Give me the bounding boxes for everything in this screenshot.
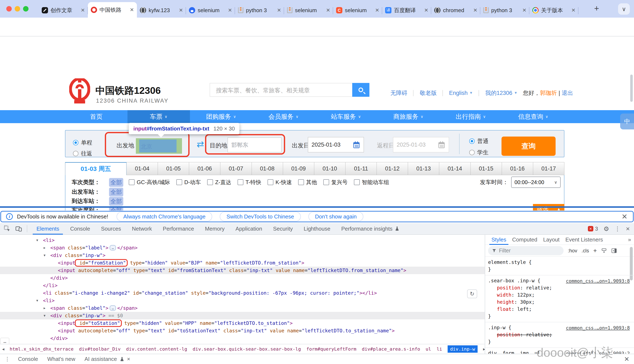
browser-tab[interactable]: selenium ✕ [284, 3, 333, 18]
tab-close-icon[interactable]: ✕ [571, 7, 575, 13]
dom-tree-node[interactable]: <li class="i-change i-change2" id="chang… [0, 289, 485, 297]
breadcrumb-item[interactable]: div#toolbar_Div [79, 346, 121, 352]
nav-item[interactable]: 车票∨ [127, 110, 190, 123]
browser-tab[interactable]: kyfw.123 ✕ [137, 3, 186, 18]
browser-tab[interactable]: 关于版本 ✕ [529, 3, 578, 18]
breadcrumb-item[interactable]: div.content.content-lg [126, 346, 187, 352]
class-toggle-button[interactable]: .cls [581, 248, 589, 254]
train-type-checkbox[interactable]: D-动车 [176, 179, 201, 186]
tab-overflow-button[interactable]: ∨ [618, 3, 630, 15]
dom-tree-node[interactable]: </div> [0, 334, 485, 342]
devtools-close-icon[interactable]: × [626, 225, 630, 233]
devtools-tab[interactable]: Security [268, 223, 298, 234]
devtools-menu-icon[interactable]: ⋮ [614, 225, 620, 232]
css-rule[interactable]: element.style {} [485, 257, 634, 276]
drawer-tab[interactable]: AI assistance× [85, 356, 130, 362]
scroll-into-view-button[interactable]: ↻ [467, 290, 477, 298]
nav-item[interactable]: 团购服务∨ [190, 110, 252, 123]
settings-gear-icon[interactable]: ⚙ [603, 225, 609, 232]
date-tab-active[interactable]: 01-03 周五 [65, 162, 127, 175]
date-tab[interactable]: 01-14 [439, 162, 470, 175]
train-type-checkbox[interactable]: 智能动车组 [354, 179, 389, 186]
devtools-tab[interactable]: Performance [157, 223, 200, 234]
all-badge[interactable]: 全部 [109, 178, 123, 187]
all-badge[interactable]: 全部 [109, 188, 123, 196]
date-tab[interactable]: 01-08 [252, 162, 283, 175]
devtools-tab[interactable]: Elements [31, 223, 65, 234]
tab-close-icon[interactable]: ✕ [473, 7, 477, 13]
tree-expand-arrow[interactable]: ▶ [44, 304, 46, 312]
devtools-tab[interactable]: Memory [199, 223, 230, 234]
tree-expand-arrow[interactable]: ▼ [36, 236, 38, 244]
train-type-checkbox[interactable]: T-特快 [237, 179, 261, 186]
issues-badge[interactable]: ✕3 [588, 226, 598, 232]
devtools-tab[interactable]: Performance insights [336, 223, 405, 234]
tab-close-icon[interactable]: ✕ [522, 7, 526, 13]
search-button[interactable] [352, 83, 369, 97]
styles-tab[interactable]: Event Listeners [562, 235, 606, 245]
train-type-checkbox[interactable]: 其他 [298, 179, 317, 186]
tab-close-icon[interactable]: ✕ [326, 7, 330, 13]
date-tab[interactable]: 01-13 [408, 162, 439, 175]
dom-tree-node[interactable]: ▶<span class="label">…</span> [0, 304, 485, 312]
minimize-window-button[interactable] [15, 6, 20, 12]
tree-expand-arrow[interactable]: ▼ [36, 297, 38, 304]
tab-close-icon[interactable]: ✕ [277, 7, 281, 13]
depart-time-select[interactable]: 00:00--24:00∨ [511, 176, 561, 188]
site-search-box[interactable]: 搜索车票、餐饮、常旅客、相关规章 [210, 83, 369, 97]
breadcrumb-back-icon[interactable]: ◀ [2, 347, 5, 351]
drawer-menu-icon[interactable]: ⋮ [5, 356, 10, 362]
devtools-tab[interactable]: Network [126, 223, 157, 234]
date-tab[interactable]: 01-12 [377, 162, 408, 175]
device-toolbar-icon[interactable] [15, 225, 22, 232]
sidebar-toggle-icon[interactable] [611, 248, 617, 254]
breadcrumb-item[interactable]: ul [426, 346, 431, 352]
drawer-tab-close-icon[interactable]: × [127, 356, 130, 362]
date-tab[interactable]: 01-15 [471, 162, 502, 175]
date-tab[interactable]: 01-10 [314, 162, 346, 175]
logout-link[interactable]: 退出 [562, 89, 573, 97]
breadcrumb-forward-icon[interactable]: ▶ [483, 347, 485, 351]
nav-item[interactable]: 出行指南∨ [440, 110, 502, 123]
devtools-tab[interactable]: Application [230, 223, 267, 234]
browser-tab[interactable]: 百度翻译 ✕ [382, 3, 431, 18]
style-rules[interactable]: element.style {}.sear-box .inp-w {common… [485, 257, 634, 354]
banner-close-icon[interactable]: ✕ [622, 212, 628, 221]
tab-close-icon[interactable]: ✕ [228, 7, 232, 13]
tree-expand-arrow[interactable]: ▶ [44, 244, 46, 252]
tab-close-icon[interactable]: ✕ [179, 7, 183, 13]
breadcrumb-item[interactable]: div.inp-w [448, 345, 478, 353]
dom-tree-node[interactable]: ▼<li> [0, 236, 485, 244]
dom-tree-node[interactable]: ▼<div class="inp-w"> [0, 252, 485, 259]
date-tab[interactable]: 01-16 [502, 162, 533, 175]
dom-tree-node[interactable]: ▼<li> [0, 297, 485, 304]
breadcrumb-item[interactable]: html.x_skin_dhx_terrace [10, 346, 74, 352]
dom-tree-node[interactable]: ▼<div class="inp-w"> == $0 [0, 312, 485, 320]
hover-state-button[interactable]: :hov [568, 248, 577, 254]
rendering-brush-icon[interactable] [601, 248, 607, 254]
train-type-checkbox[interactable]: 复兴号 [323, 179, 348, 186]
dom-tree-node[interactable]: <input id="toStation" type="hidden" valu… [0, 320, 485, 327]
banner-button[interactable]: Always match Chrome's language [117, 212, 212, 221]
dom-tree-node[interactable]: <input autocomplete="off" type="text" id… [0, 327, 485, 334]
browser-tab[interactable]: chromed ✕ [431, 3, 480, 18]
tab-close-icon[interactable]: ✕ [424, 7, 428, 13]
drawer-tab[interactable]: Console [18, 356, 38, 362]
tree-expand-arrow[interactable]: ▼ [44, 312, 46, 320]
dom-tree-node[interactable]: </li> [0, 282, 485, 289]
browser-tab[interactable]: 中国铁路 ✕ [88, 2, 137, 18]
date-tab[interactable]: 01-11 [346, 162, 377, 175]
more-tabs-icon[interactable]: » [628, 236, 634, 243]
tab-close-icon[interactable]: ✕ [130, 7, 134, 13]
styles-tab[interactable]: Layout [540, 235, 562, 245]
node-more-actions-button[interactable]: … [1, 338, 9, 344]
train-type-checkbox[interactable]: Z-直达 [207, 179, 231, 186]
nav-item[interactable]: 站车服务∨ [315, 110, 377, 123]
new-style-rule-icon[interactable]: + [593, 247, 597, 254]
date-tab[interactable]: 01-05 [158, 162, 189, 175]
train-type-checkbox[interactable]: K-快速 [267, 179, 292, 186]
dom-tree-node[interactable]: <input id="fromStation" type="hidden" va… [0, 259, 485, 266]
date-tab[interactable]: 01-07 [220, 162, 252, 175]
new-tab-button[interactable]: + [594, 4, 599, 13]
header-link[interactable]: English▼ [437, 90, 473, 96]
